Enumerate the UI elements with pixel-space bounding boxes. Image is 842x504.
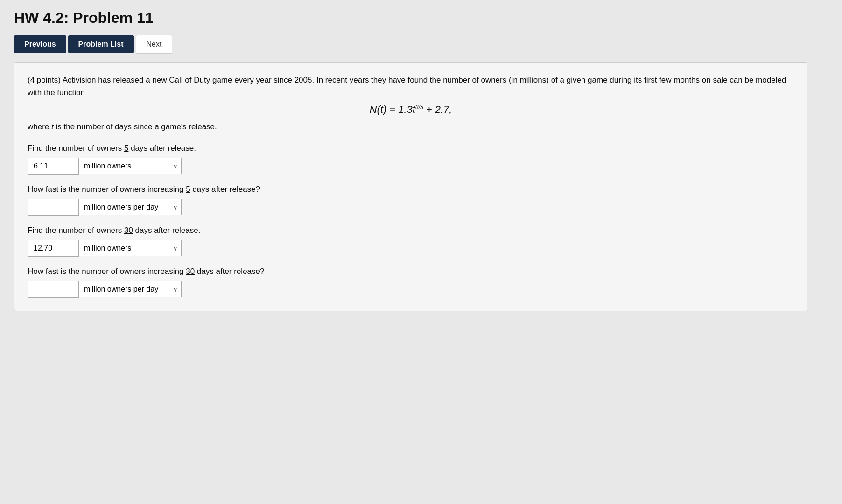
q1-unit-select[interactable]: million owners million owners per day bbox=[79, 158, 182, 174]
points-label: (4 points) bbox=[28, 76, 61, 84]
q2-text: How fast is the number of owners increas… bbox=[28, 185, 794, 194]
q3-days: 30 bbox=[124, 226, 133, 235]
page-title: HW 4.2: Problem 11 bbox=[14, 9, 828, 27]
q1-text: Find the number of owners 5 days after r… bbox=[28, 144, 794, 153]
q3-answer-input[interactable] bbox=[28, 240, 79, 257]
q1-answer-row: million owners million owners per day bbox=[28, 158, 794, 175]
q2-unit-select[interactable]: million owners per day million owners bbox=[79, 199, 182, 215]
q1-answer-input[interactable] bbox=[28, 158, 79, 175]
q2-days: 5 bbox=[186, 185, 190, 194]
q1-days: 5 bbox=[124, 144, 128, 153]
content-box: (4 points) Activision has released a new… bbox=[14, 62, 807, 311]
where-label: where bbox=[28, 122, 51, 131]
page-wrapper: HW 4.2: Problem 11 Previous Problem List… bbox=[0, 0, 842, 321]
q3-unit-select[interactable]: million owners million owners per day bbox=[79, 240, 182, 256]
formula: N(t) = 1.3t3/5 + 2.7, bbox=[28, 104, 794, 116]
q3-text: Find the number of owners 30 days after … bbox=[28, 226, 794, 235]
q4-days: 30 bbox=[186, 267, 195, 276]
q1-unit-wrapper: million owners million owners per day bbox=[79, 158, 182, 174]
previous-button[interactable]: Previous bbox=[14, 35, 66, 53]
intro-text: Activision has released a new Call of Du… bbox=[28, 76, 786, 97]
q2-unit-wrapper: million owners per day million owners bbox=[79, 199, 182, 215]
next-button[interactable]: Next bbox=[136, 35, 173, 54]
q4-unit-select[interactable]: million owners per day million owners bbox=[79, 281, 182, 297]
where-rest: is the number of days since a game's rel… bbox=[54, 122, 217, 131]
problem-intro: (4 points) Activision has released a new… bbox=[28, 74, 794, 99]
q2-answer-row: million owners per day million owners bbox=[28, 199, 794, 216]
q2-answer-input[interactable] bbox=[28, 199, 79, 216]
q4-answer-input[interactable] bbox=[28, 281, 79, 298]
q4-unit-wrapper: million owners per day million owners bbox=[79, 281, 182, 297]
q4-answer-row: million owners per day million owners bbox=[28, 281, 794, 298]
q4-text: How fast is the number of owners increas… bbox=[28, 267, 794, 276]
q3-answer-row: million owners million owners per day bbox=[28, 240, 794, 257]
q3-unit-wrapper: million owners million owners per day bbox=[79, 240, 182, 256]
problem-list-button[interactable]: Problem List bbox=[68, 35, 134, 53]
nav-bar: Previous Problem List Next bbox=[14, 35, 828, 54]
where-text: where t is the number of days since a ga… bbox=[28, 120, 794, 133]
